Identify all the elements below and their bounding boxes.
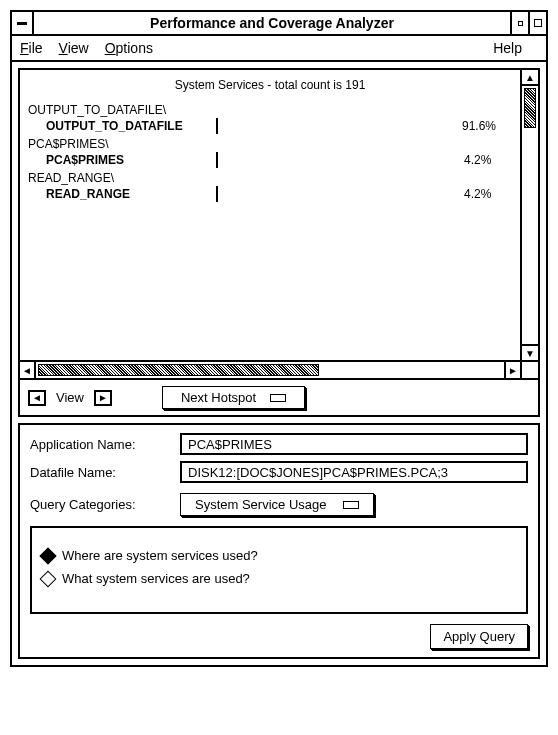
menu-help[interactable]: Help xyxy=(493,40,522,56)
minimize-button[interactable] xyxy=(510,12,528,34)
scroll-right-icon[interactable]: ► xyxy=(504,362,520,378)
next-hotspot-label: Next Hotspot xyxy=(181,390,256,405)
query-option-what[interactable]: What system services are used? xyxy=(42,571,516,586)
next-view-button[interactable]: ► xyxy=(94,390,112,406)
chart-bar xyxy=(216,186,218,202)
titlebar: Performance and Coverage Analyzer xyxy=(12,12,546,36)
view-nav-row: ◄ View ► Next Hotspot xyxy=(18,380,540,417)
scroll-track[interactable] xyxy=(36,362,504,378)
chart-row[interactable]: OUTPUT_TO_DATAFILE 91.6% xyxy=(28,118,512,134)
datafile-name-input[interactable] xyxy=(180,461,528,483)
scroll-up-icon[interactable]: ▲ xyxy=(522,70,538,86)
chart-row[interactable]: READ_RANGE 4.2% xyxy=(28,186,512,202)
chart-group-label: READ_RANGE\ xyxy=(28,170,512,186)
window-title: Performance and Coverage Analyzer xyxy=(34,12,510,34)
prev-view-button[interactable]: ◄ xyxy=(28,390,46,406)
query-option-label: What system services are used? xyxy=(62,571,250,586)
query-categories-value: System Service Usage xyxy=(195,497,327,512)
chart-body: System Services - total count is 191 OUT… xyxy=(20,70,520,360)
chart-row-pct: 4.2% xyxy=(436,152,491,168)
chart-row-label: READ_RANGE xyxy=(46,186,216,202)
query-categories-label: Query Categories: xyxy=(30,497,180,512)
diamond-radio-icon xyxy=(40,570,57,587)
apply-query-button[interactable]: Apply Query xyxy=(430,624,528,649)
menu-file[interactable]: File xyxy=(20,40,43,56)
query-categories-select[interactable]: System Service Usage xyxy=(180,493,374,516)
scroll-left-icon[interactable]: ◄ xyxy=(20,362,36,378)
chart-bar xyxy=(216,118,218,134)
scroll-thumb[interactable] xyxy=(38,364,319,376)
view-label: View xyxy=(56,390,84,405)
chart-panel: System Services - total count is 191 OUT… xyxy=(18,68,540,380)
chart-group-label: OUTPUT_TO_DATAFILE\ xyxy=(28,102,512,118)
app-window: Performance and Coverage Analyzer File V… xyxy=(10,10,548,667)
application-name-input[interactable] xyxy=(180,433,528,455)
maximize-button[interactable] xyxy=(528,12,546,34)
application-name-label: Application Name: xyxy=(30,437,180,452)
chart-row-label: OUTPUT_TO_DATAFILE xyxy=(46,118,216,134)
dropdown-indicator-icon xyxy=(343,501,359,509)
query-option-label: Where are system services used? xyxy=(62,548,258,563)
scroll-down-icon[interactable]: ▼ xyxy=(522,344,538,360)
query-options: Where are system services used? What sys… xyxy=(30,526,528,614)
chart-row-label: PCA$PRIMES xyxy=(46,152,216,168)
chart-title: System Services - total count is 191 xyxy=(28,78,512,92)
query-option-where[interactable]: Where are system services used? xyxy=(42,548,516,563)
chart-row[interactable]: PCA$PRIMES 4.2% xyxy=(28,152,512,168)
vertical-scrollbar[interactable]: ▲ ▼ xyxy=(520,70,538,360)
scroll-thumb[interactable] xyxy=(524,88,536,128)
menu-options[interactable]: Options xyxy=(105,40,153,56)
window-menu-button[interactable] xyxy=(12,12,34,34)
dropdown-indicator-icon xyxy=(270,394,286,402)
chart-bar xyxy=(216,152,218,168)
chart-row-pct: 91.6% xyxy=(436,118,496,134)
menu-view[interactable]: View xyxy=(59,40,89,56)
chart-row-pct: 4.2% xyxy=(436,186,491,202)
scroll-track[interactable] xyxy=(522,86,538,344)
query-form: Application Name: Datafile Name: Query C… xyxy=(18,423,540,659)
chart-group-label: PCA$PRIMES\ xyxy=(28,136,512,152)
next-hotspot-button[interactable]: Next Hotspot xyxy=(162,386,305,409)
menubar: File View Options Help xyxy=(12,36,546,62)
datafile-name-label: Datafile Name: xyxy=(30,465,180,480)
diamond-radio-icon xyxy=(40,547,57,564)
horizontal-scrollbar[interactable]: ◄ ► xyxy=(20,360,520,378)
